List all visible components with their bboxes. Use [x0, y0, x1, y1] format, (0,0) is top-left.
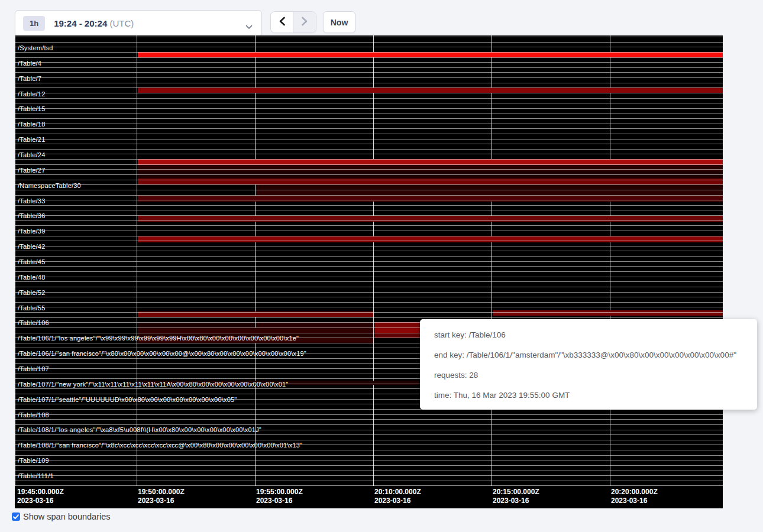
- tooltip-time: time: Thu, 16 Mar 2023 19:55:00 GMT: [434, 385, 743, 406]
- span-key-label: /Table/108/1/"los angeles"/"\xa8\xf5\u00…: [18, 427, 261, 433]
- span-boundary-line: [15, 200, 723, 200]
- span-boundary-line: [15, 414, 723, 415]
- span-boundary-line: [15, 434, 723, 435]
- tooltip-requests: requests: 28: [434, 365, 743, 385]
- span-key-label: /Table/107: [18, 366, 49, 372]
- previous-range-button[interactable]: [271, 12, 293, 33]
- show-span-boundaries-checkbox[interactable]: [12, 512, 20, 521]
- tooltip-start-key: start key: /Table/106: [434, 325, 743, 345]
- span-activity-band: [374, 322, 420, 327]
- span-boundary-line: [15, 307, 723, 307]
- time-axis-date: 2023-03-16: [17, 497, 64, 505]
- time-axis-date: 2023-03-16: [256, 497, 303, 505]
- time-axis-date: 2023-03-16: [611, 497, 658, 505]
- span-key-label: /Table/27: [18, 167, 45, 174]
- span-key-label: /Table/55: [18, 305, 45, 312]
- span-boundary-line: [15, 42, 723, 43]
- span-key-label: /Table/15: [18, 106, 45, 112]
- span-boundary-line: [15, 57, 723, 58]
- span-boundaries-control: Show span boundaries: [12, 512, 111, 521]
- span-boundary-line: [15, 266, 723, 267]
- time-axis-date: 2023-03-16: [493, 497, 539, 505]
- span-boundary-line: [15, 98, 723, 99]
- span-boundary-line: [15, 220, 723, 221]
- next-range-button[interactable]: [293, 12, 316, 33]
- span-boundary-line: [15, 184, 723, 185]
- span-boundary-line: [15, 180, 723, 180]
- span-boundary-line: [15, 292, 723, 293]
- heatmap-tooltip: start key: /Table/106 end key: /Table/10…: [420, 319, 757, 410]
- time-range-dropdown[interactable]: 1h 19:24 - 20:24 (UTC): [15, 10, 262, 37]
- span-boundary-line: [15, 471, 723, 471]
- span-key-label: /Table/45: [18, 259, 45, 265]
- span-boundary-line: [15, 445, 723, 445]
- span-activity-band: [138, 165, 723, 171]
- span-boundary-line: [15, 37, 723, 37]
- span-boundary-line: [15, 231, 723, 231]
- span-boundary-line: [15, 440, 723, 440]
- span-key-label: /NamespaceTable/30: [18, 183, 81, 189]
- time-axis-label: 20:20:00.000Z2023-03-16: [611, 488, 658, 505]
- span-boundary-line: [15, 113, 723, 113]
- span-key-label: /Table/24: [18, 152, 45, 158]
- span-boundary-line: [15, 430, 723, 430]
- span-boundary-line: [15, 465, 723, 466]
- span-boundary-line: [15, 83, 723, 83]
- now-button[interactable]: Now: [323, 11, 355, 33]
- span-activity-band: [256, 184, 723, 190]
- span-boundary-line: [15, 195, 723, 196]
- span-boundary-line: [15, 139, 723, 140]
- time-axis-date: 2023-03-16: [374, 497, 421, 505]
- span-boundary-line: [15, 169, 723, 170]
- span-boundary-line: [15, 52, 723, 53]
- span-boundary-line: [15, 205, 723, 206]
- span-boundary-line: [15, 302, 723, 303]
- span-key-label: /Table/108: [18, 412, 49, 419]
- span-boundary-line: [15, 460, 723, 460]
- time-axis-label: 19:50:00.000Z2023-03-16: [138, 488, 185, 505]
- span-boundary-line: [15, 450, 723, 450]
- span-boundary-line: [15, 174, 723, 175]
- span-activity-band: [256, 322, 373, 327]
- chevron-down-icon: [245, 21, 253, 32]
- span-boundary-line: [15, 281, 723, 282]
- span-boundary-line: [15, 287, 723, 287]
- time-range-label: 19:24 - 20:24 (UTC): [54, 18, 134, 28]
- span-boundary-line: [15, 67, 723, 68]
- span-key-label: /Table/4: [18, 60, 41, 67]
- span-boundary-line: [15, 256, 723, 257]
- span-boundary-line: [15, 164, 723, 165]
- key-visualizer-heatmap[interactable]: /System/tsd/Table/4/Table/7/Table/12/Tab…: [15, 35, 723, 508]
- tooltip-end-key: end key: /Table/106/1/"amsterdam"/"\xb33…: [434, 345, 743, 365]
- span-boundary-line: [15, 124, 723, 124]
- chevron-right-icon: [301, 17, 308, 28]
- span-key-label: /Table/18: [18, 121, 45, 128]
- span-boundary-line: [15, 215, 723, 216]
- span-boundary-line: [15, 108, 723, 109]
- time-axis-label: 19:55:00.000Z2023-03-16: [256, 488, 303, 505]
- span-key-label: /Table/39: [18, 228, 45, 235]
- span-key-label: /Table/33: [18, 198, 45, 205]
- span-boundary-line: [15, 277, 723, 277]
- span-key-label: /System/tsd: [18, 45, 53, 51]
- time-axis-label: 20:15:00.000Z2023-03-16: [493, 488, 539, 505]
- span-activity-band: [138, 52, 723, 57]
- span-activity-band: [493, 310, 723, 316]
- span-key-label: /Table/106/1/"los angeles"/"\x99\x99\x99…: [18, 335, 299, 342]
- span-boundary-line: [15, 241, 723, 241]
- span-key-label: /Table/106: [18, 320, 49, 326]
- span-key-label: /Table/36: [18, 213, 45, 219]
- span-boundary-line: [15, 317, 723, 318]
- span-boundary-line: [15, 297, 723, 297]
- span-boundary-line: [15, 87, 723, 88]
- span-boundary-line: [15, 93, 723, 93]
- span-boundary-line: [15, 312, 723, 313]
- time-range-preset-badge: 1h: [23, 16, 45, 31]
- span-activity-band: [138, 322, 255, 327]
- span-boundary-line: [15, 236, 723, 236]
- span-boundary-line: [15, 62, 723, 63]
- span-boundary-line: [15, 210, 723, 210]
- span-boundary-line: [15, 190, 723, 190]
- span-boundary-line: [15, 419, 723, 420]
- span-key-label: /Table/52: [18, 290, 45, 296]
